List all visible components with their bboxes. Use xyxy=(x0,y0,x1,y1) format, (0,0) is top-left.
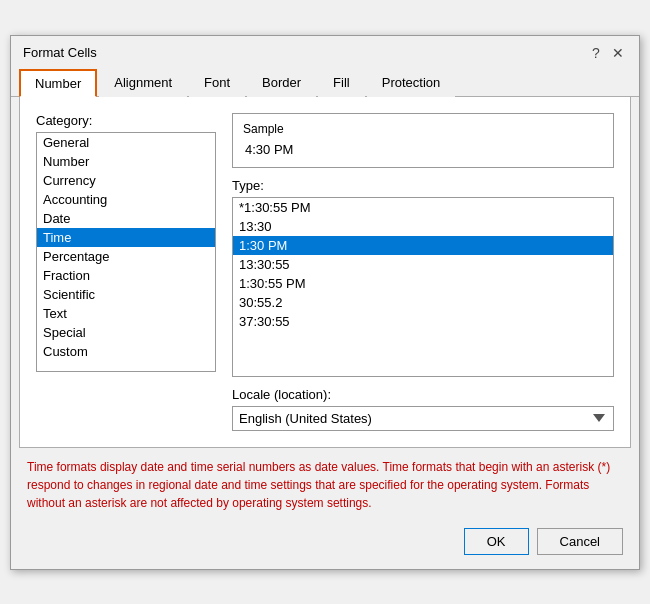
type-item[interactable]: 13:30:55 xyxy=(233,255,613,274)
tab-alignment[interactable]: Alignment xyxy=(99,69,187,97)
category-list[interactable]: GeneralNumberCurrencyAccountingDateTimeP… xyxy=(36,132,216,372)
sample-box: Sample 4:30 PM xyxy=(232,113,614,168)
type-label: Type: xyxy=(232,178,614,193)
tab-content: Category: GeneralNumberCurrencyAccountin… xyxy=(19,97,631,448)
help-button[interactable]: ? xyxy=(587,44,605,62)
tab-number[interactable]: Number xyxy=(19,69,97,97)
category-section: Category: GeneralNumberCurrencyAccountin… xyxy=(36,113,216,431)
category-label: Category: xyxy=(36,113,216,128)
category-item[interactable]: Date xyxy=(37,209,215,228)
footer: OK Cancel xyxy=(11,518,639,569)
category-item[interactable]: Custom xyxy=(37,342,215,361)
main-area: Category: GeneralNumberCurrencyAccountin… xyxy=(36,113,614,431)
tab-font[interactable]: Font xyxy=(189,69,245,97)
titlebar-controls: ? ✕ xyxy=(587,44,627,62)
category-item[interactable]: Text xyxy=(37,304,215,323)
category-item[interactable]: Currency xyxy=(37,171,215,190)
close-button[interactable]: ✕ xyxy=(609,44,627,62)
dialog-title: Format Cells xyxy=(23,45,97,60)
category-item[interactable]: Scientific xyxy=(37,285,215,304)
locale-select[interactable]: English (United States)English (United K… xyxy=(232,406,614,431)
type-item[interactable]: 30:55.2 xyxy=(233,293,613,312)
type-item[interactable]: 1:30 PM xyxy=(233,236,613,255)
category-item[interactable]: Time xyxy=(37,228,215,247)
category-item[interactable]: Accounting xyxy=(37,190,215,209)
category-item[interactable]: General xyxy=(37,133,215,152)
type-item[interactable]: *1:30:55 PM xyxy=(233,198,613,217)
tab-bar: Number Alignment Font Border Fill Protec… xyxy=(11,68,639,97)
type-item[interactable]: 37:30:55 xyxy=(233,312,613,331)
category-item[interactable]: Number xyxy=(37,152,215,171)
tab-border[interactable]: Border xyxy=(247,69,316,97)
right-panel: Sample 4:30 PM Type: *1:30:55 PM13:301:3… xyxy=(232,113,614,431)
sample-value: 4:30 PM xyxy=(245,142,603,157)
type-list[interactable]: *1:30:55 PM13:301:30 PM13:30:551:30:55 P… xyxy=(232,197,614,377)
cancel-button[interactable]: Cancel xyxy=(537,528,623,555)
tab-fill[interactable]: Fill xyxy=(318,69,365,97)
tab-protection[interactable]: Protection xyxy=(367,69,456,97)
ok-button[interactable]: OK xyxy=(464,528,529,555)
description-text: Time formats display date and time seria… xyxy=(11,448,639,518)
type-item[interactable]: 13:30 xyxy=(233,217,613,236)
type-item[interactable]: 1:30:55 PM xyxy=(233,274,613,293)
locale-label: Locale (location): xyxy=(232,387,614,402)
category-item[interactable]: Percentage xyxy=(37,247,215,266)
category-item[interactable]: Special xyxy=(37,323,215,342)
category-item[interactable]: Fraction xyxy=(37,266,215,285)
format-cells-dialog: Format Cells ? ✕ Number Alignment Font B… xyxy=(10,35,640,570)
titlebar: Format Cells ? ✕ xyxy=(11,36,639,68)
sample-label: Sample xyxy=(243,122,603,136)
